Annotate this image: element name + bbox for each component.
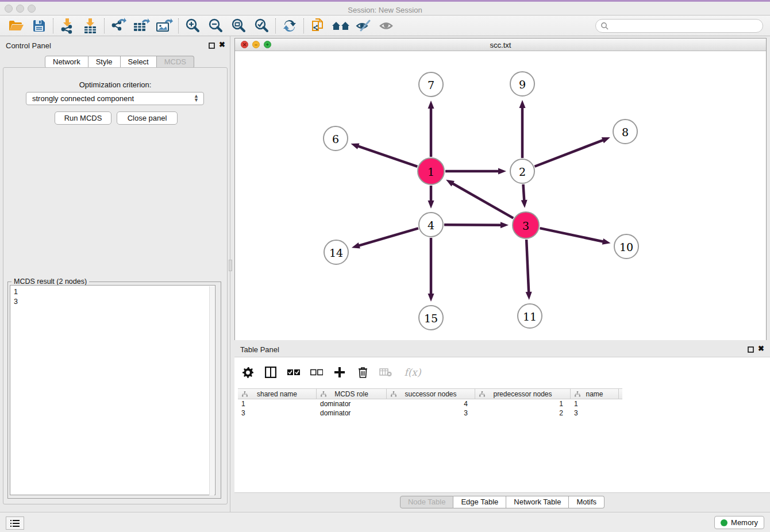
table-cell[interactable]: 1 xyxy=(475,399,571,408)
delete-column-icon[interactable] xyxy=(355,365,370,380)
graph-edge-2-3[interactable] xyxy=(523,184,524,202)
graph-edge-2-8[interactable] xyxy=(534,140,604,167)
mcds-panel: Optimization criterion: strongly connect… xyxy=(3,67,228,504)
show-all-icon[interactable] xyxy=(375,17,398,34)
result-scrollbar[interactable] xyxy=(209,286,214,495)
table-cell[interactable]: dominator xyxy=(317,399,387,408)
zoom-fit-icon[interactable] xyxy=(227,17,250,34)
vertical-splitter-grip[interactable] xyxy=(229,260,232,271)
save-session-icon[interactable] xyxy=(28,17,51,34)
criterion-select[interactable]: strongly connected component ▲▼ xyxy=(26,92,204,105)
column-header-successor-nodes[interactable]: successor nodes xyxy=(387,389,475,399)
graph-node-label-8: 8 xyxy=(622,126,629,138)
table-panel-tabs: Node TableEdge TableNetwork TableMotifs xyxy=(234,496,770,508)
first-neighbors-icon[interactable] xyxy=(329,17,352,34)
import-table-icon[interactable] xyxy=(79,17,102,34)
table-panel-title: Table Panel xyxy=(240,345,279,354)
tab-network[interactable]: Network xyxy=(45,56,88,68)
mcds-result-title: MCDS result (2 nodes) xyxy=(11,277,89,286)
export-table-icon[interactable] xyxy=(130,17,153,34)
memory-status-icon xyxy=(721,519,727,526)
split-column-icon[interactable] xyxy=(263,365,278,380)
table-cell[interactable]: dominator xyxy=(317,408,387,418)
close-table-panel-icon[interactable]: ✖ xyxy=(758,344,764,353)
add-column-icon[interactable] xyxy=(332,365,347,380)
graph-node-label-11: 11 xyxy=(523,310,537,323)
table-cell[interactable]: 4 xyxy=(387,399,475,408)
tab-motifs[interactable]: Motifs xyxy=(569,496,605,508)
zoom-in-icon[interactable] xyxy=(181,17,204,34)
close-panel-icon[interactable]: ✖ xyxy=(219,40,225,49)
edge-arrowhead-icon xyxy=(351,143,359,149)
mcds-result-text[interactable]: 13 xyxy=(10,285,215,495)
export-image-icon[interactable] xyxy=(153,17,176,34)
import-network-icon[interactable] xyxy=(56,17,79,34)
edge-arrowhead-icon xyxy=(602,137,610,143)
float-panel-icon[interactable] xyxy=(209,41,215,51)
select-stepper-icon: ▲▼ xyxy=(194,94,199,102)
table-row[interactable]: 3dominator323 xyxy=(238,408,622,418)
tab-style[interactable]: Style xyxy=(88,56,121,68)
column-sort-icon[interactable] xyxy=(242,391,248,397)
hide-selected-icon[interactable] xyxy=(352,17,375,34)
network-window-titlebar[interactable]: ✕ − + scc.txt xyxy=(235,38,766,51)
tab-mcds[interactable]: MCDS xyxy=(157,56,194,68)
memory-button[interactable]: Memory xyxy=(714,516,764,529)
column-header-predecessor-nodes[interactable]: predecessor nodes xyxy=(475,389,571,399)
tab-network-table[interactable]: Network Table xyxy=(506,496,569,508)
graph-edge-3-10[interactable] xyxy=(540,228,604,242)
task-history-button[interactable] xyxy=(6,516,24,530)
window-title: Session: New Session xyxy=(0,6,770,14)
refresh-layout-icon[interactable] xyxy=(278,17,301,34)
edge-arrowhead-icon xyxy=(602,238,611,245)
column-header-shared-name[interactable]: shared name xyxy=(238,389,317,399)
column-sort-icon[interactable] xyxy=(391,391,396,397)
column-header-MCDS-role[interactable]: MCDS role xyxy=(317,389,387,399)
table-cell[interactable]: 3 xyxy=(387,408,475,418)
criterion-value: strongly connected component xyxy=(32,94,134,103)
search-input[interactable] xyxy=(609,22,763,30)
open-session-icon[interactable] xyxy=(5,17,28,34)
network-canvas-svg[interactable]: 7968124314101511 xyxy=(235,51,766,340)
graph-edge-4-14[interactable] xyxy=(357,228,418,246)
table-cell[interactable]: 3 xyxy=(571,408,619,418)
table-cell[interactable]: 2 xyxy=(475,408,571,418)
graph-edge-3-11[interactable] xyxy=(526,240,529,294)
column-sort-icon[interactable] xyxy=(575,391,580,397)
clone-network-icon[interactable] xyxy=(306,17,329,34)
edge-arrowhead-icon xyxy=(521,200,528,208)
tab-select[interactable]: Select xyxy=(121,56,157,68)
graph-edge-3-1[interactable] xyxy=(452,183,514,218)
export-network-icon[interactable] xyxy=(107,17,130,34)
table-cell[interactable]: 1 xyxy=(571,399,619,408)
graph-node-label-15: 15 xyxy=(424,312,438,325)
edge-arrowhead-icon xyxy=(428,101,434,109)
graph-edge-1-6[interactable] xyxy=(357,146,417,167)
table-cell[interactable]: 1 xyxy=(238,399,317,408)
column-sort-icon[interactable] xyxy=(321,391,326,397)
toolbar-separator xyxy=(275,18,276,33)
function-builder-icon[interactable]: f(x) xyxy=(401,365,424,380)
float-table-panel-icon[interactable] xyxy=(748,345,754,355)
search-icon xyxy=(600,22,609,30)
tab-edge-table[interactable]: Edge Table xyxy=(453,496,506,508)
select-all-checkbox-icon[interactable] xyxy=(286,365,301,380)
deselect-all-checkbox-icon[interactable] xyxy=(309,365,324,380)
table-row[interactable]: 1dominator411 xyxy=(238,399,622,408)
edge-arrowhead-icon xyxy=(500,222,509,228)
mcds-result-group: MCDS result (2 nodes) 13 xyxy=(7,282,221,499)
close-panel-button[interactable]: Close panel xyxy=(117,111,178,125)
column-header-name[interactable]: name xyxy=(571,389,619,399)
column-sort-icon[interactable] xyxy=(479,391,485,397)
status-bar: Memory xyxy=(0,512,770,532)
graph-edge-4-3[interactable] xyxy=(444,225,502,225)
delete-table-icon[interactable] xyxy=(378,365,393,380)
search-box[interactable] xyxy=(595,19,763,33)
zoom-selected-icon[interactable] xyxy=(250,17,273,34)
table-cell[interactable]: 3 xyxy=(238,408,317,418)
graph-node-label-3: 3 xyxy=(522,219,529,232)
run-mcds-button[interactable]: Run MCDS xyxy=(55,111,111,125)
tab-node-table[interactable]: Node Table xyxy=(400,496,454,508)
gear-icon[interactable] xyxy=(240,365,255,380)
zoom-out-icon[interactable] xyxy=(204,17,227,34)
